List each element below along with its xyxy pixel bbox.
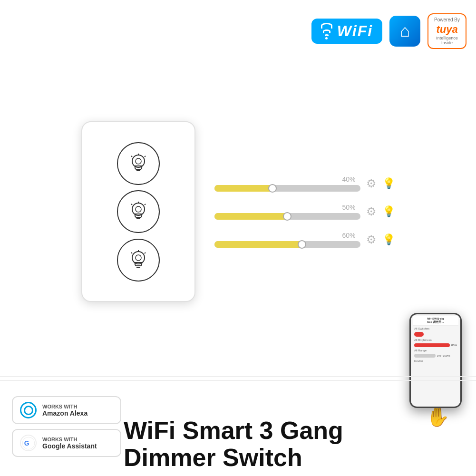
phone-section-device: Device	[414, 359, 457, 362]
phone-toggle-row	[414, 332, 457, 337]
bulb-small-icon-3: 💡	[382, 233, 395, 246]
slider-1-thumb[interactable]	[268, 184, 277, 193]
phone-range-val: 1%~100%	[437, 354, 450, 357]
top-bar: WiFi ⌂ Powered By tuya IntelligenceInsid…	[0, 0, 476, 62]
bulb-small-icon-1: 💡	[382, 177, 395, 190]
wifi-badge: WiFi	[311, 19, 382, 44]
svg-text:G: G	[24, 439, 29, 447]
slider-2-fill	[214, 213, 288, 220]
compatibility-badges: WORKS WITH Amazon Alexa G WORKS WITH Goo…	[12, 396, 121, 457]
slider-container-3: 60%	[214, 232, 360, 248]
switch-button-2[interactable]	[117, 190, 160, 233]
alexa-badge-text: WORKS WITH Amazon Alexa	[42, 404, 87, 417]
slider-row-3: 60% ⚙ 💡	[214, 232, 395, 248]
svg-point-6	[136, 158, 141, 164]
slider-3-track[interactable]	[214, 241, 360, 248]
tuya-powered-label: Powered By	[434, 17, 460, 22]
svg-line-11	[131, 204, 132, 205]
phone-brightness-bar	[414, 343, 450, 347]
tuya-badge: Powered By tuya IntelligenceInside	[427, 13, 466, 49]
gear-icon-1: ⚙	[366, 177, 377, 190]
product-title-line2: Dimmer Switch	[124, 444, 400, 471]
svg-line-18	[131, 253, 132, 253]
slider-2-track[interactable]	[214, 213, 360, 220]
svg-point-13	[136, 206, 141, 212]
slider-1-track[interactable]	[214, 185, 360, 192]
google-brand-name: Google Assistant	[42, 442, 97, 450]
wifi-label: WiFi	[337, 22, 373, 40]
smarthome-icon: ⌂	[389, 16, 420, 47]
slider-1-pct: 40%	[342, 175, 355, 183]
alexa-brand-name: Amazon Alexa	[42, 409, 87, 417]
slider-2-pct: 50%	[342, 204, 355, 211]
google-logo-svg: G	[22, 437, 35, 450]
slider-container-1: 40%	[214, 175, 360, 192]
svg-line-19	[145, 253, 146, 253]
alexa-badge: WORKS WITH Amazon Alexa	[12, 396, 121, 424]
switch-button-1[interactable]	[117, 142, 160, 185]
tuya-logo: tuya	[436, 23, 457, 36]
alexa-works-with-label: WORKS WITH	[42, 404, 87, 409]
switch-panel	[81, 121, 195, 302]
switch-button-3[interactable]	[117, 239, 160, 282]
svg-line-12	[145, 204, 146, 205]
bulb-icon-3	[126, 248, 150, 272]
google-icon: G	[20, 435, 37, 451]
phone-range-bar	[414, 354, 436, 358]
google-badge-text: WORKS WITH Google Assistant	[42, 437, 97, 450]
gear-icon-2: ⚙	[366, 205, 377, 218]
gear-icon-3: ⚙	[366, 233, 377, 246]
svg-point-20	[136, 255, 141, 261]
slider-3-fill	[214, 241, 302, 248]
tuya-sub-label: IntelligenceInside	[436, 36, 458, 45]
alexa-icon	[20, 402, 37, 418]
slider-row-2: 50% ⚙ 💡	[214, 204, 395, 220]
slider-3-thumb[interactable]	[298, 240, 306, 249]
phone-section-brightness: All Brightness	[414, 339, 457, 341]
slider-1-fill	[214, 185, 273, 192]
sliders-area: 40% ⚙ 💡 50% ⚙ 💡 60	[214, 175, 395, 248]
bottom-area: WORKS WITH Amazon Alexa G WORKS WITH Goo…	[0, 376, 476, 476]
slider-3-pct: 60%	[342, 232, 355, 239]
product-title: WiFi Smart 3 Gang Dimmer Switch	[124, 417, 400, 471]
slider-2-thumb[interactable]	[283, 212, 291, 221]
phone-app-title: NH-SWQ-zig bee 调光开...	[413, 316, 458, 326]
svg-line-5	[145, 156, 146, 157]
google-works-with-label: WORKS WITH	[42, 437, 97, 442]
product-title-line1: WiFi Smart 3 Gang	[124, 417, 400, 444]
slider-container-2: 50%	[214, 204, 360, 220]
phone-section-range: All Range	[414, 349, 457, 352]
house-icon: ⌂	[400, 21, 410, 41]
slider-row-1: 40% ⚙ 💡	[214, 175, 395, 192]
bulb-icon-2	[126, 200, 150, 223]
phone-section-switches: All Switches	[414, 327, 457, 330]
bulb-small-icon-2: 💡	[382, 205, 395, 218]
alexa-ring	[24, 406, 33, 415]
product-area: 40% ⚙ 💡 50% ⚙ 💡 60	[0, 62, 476, 361]
phone-brightness-val: 88%	[451, 344, 457, 347]
bulb-icon-1	[126, 152, 150, 175]
google-badge: G WORKS WITH Google Assistant	[12, 429, 121, 457]
phone-toggle	[414, 332, 424, 337]
wifi-signal-icon	[321, 23, 332, 39]
svg-line-4	[131, 156, 132, 157]
